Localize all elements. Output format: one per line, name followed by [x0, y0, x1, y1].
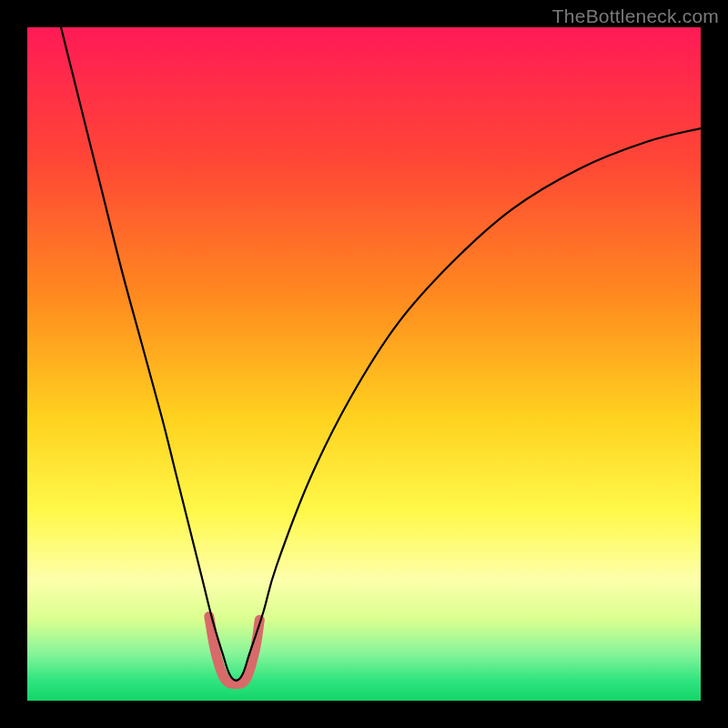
- plot-area: [27, 27, 701, 701]
- gradient-background: [27, 27, 701, 701]
- chart-svg: [27, 27, 701, 701]
- chart-stage: TheBottleneck.com: [0, 0, 728, 728]
- watermark-text: TheBottleneck.com: [552, 5, 719, 27]
